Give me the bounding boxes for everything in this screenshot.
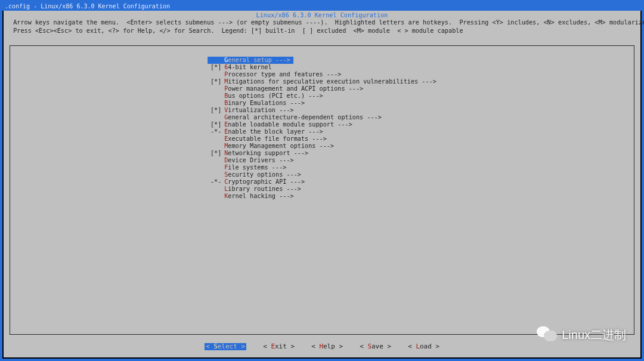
menu-item-label: Memory Management options ---> (224, 143, 334, 150)
button-bar: < Select >< Exit >< Help >< Save >< Load… (4, 343, 640, 350)
menu-item-bracket (208, 57, 224, 64)
menu-item-7[interactable]: [*] Virtualization ---> (208, 107, 436, 114)
menu-item-bracket: [*] (208, 107, 224, 114)
menu-item-label: Mitigations for speculative execution vu… (224, 78, 436, 85)
menu-item-bracket: -*- (208, 128, 224, 135)
submenu-arrow-icon: ---> (272, 57, 290, 63)
submenu-arrow-icon: ---> (305, 92, 323, 99)
submenu-arrow-icon: ---> (418, 78, 436, 85)
button-oad[interactable]: < Load > (408, 343, 439, 350)
submenu-arrow-icon: ---> (345, 85, 364, 92)
menu-item-rest: irtualization (228, 107, 275, 113)
menu-item-9[interactable]: [*] Enable loadable module support ---> (208, 121, 436, 128)
menu-item-label: Power management and ACPI options ---> (224, 85, 363, 92)
submenu-arrow-icon: ---> (283, 186, 301, 192)
bracket-open-icon: < (360, 343, 364, 350)
menu-item-rest: ecurity options (228, 171, 283, 178)
bracket-close-icon: > (242, 343, 246, 350)
submenu-arrow-icon: ---> (308, 135, 327, 142)
submenu-arrow-icon: ---> (363, 114, 382, 121)
menu-item-rest: rocessor type and features (228, 71, 323, 78)
button-elp[interactable]: < Help > (311, 343, 343, 350)
submenu-arrow-icon: ---> (286, 178, 305, 185)
menu-item-bracket (208, 71, 224, 78)
menu-item-rest: etworking support (228, 150, 290, 156)
menu-item-rest: us options (PCI etc.) (228, 92, 305, 99)
menu-item-16[interactable]: Security options ---> (208, 171, 436, 178)
submenu-arrow-icon: ---> (286, 100, 305, 106)
menu-item-label: Enable the block layer ---> (224, 128, 323, 135)
button-hotkey: L (416, 343, 420, 350)
button-hotkey: H (319, 343, 323, 350)
window-titlebar: .config - Linux/x86 6.3.0 Kernel Configu… (2, 2, 642, 11)
menu-item-label: Library routines ---> (224, 186, 301, 193)
watermark-text: Linux二进制 (562, 331, 626, 338)
menu-item-bracket: -*- (208, 178, 224, 186)
menu-item-5[interactable]: Bus options (PCI etc.) ---> (208, 92, 436, 100)
button-ave[interactable]: < Save > (360, 343, 391, 350)
menu-item-rest: emory Management options (228, 143, 315, 149)
menu-item-label: Binary Emulations ---> (224, 100, 305, 107)
menu-item-rest: ryptographic API (228, 178, 286, 185)
menu-item-10[interactable]: -*- Enable the block layer ---> (208, 128, 436, 135)
menu-item-bracket (208, 85, 224, 92)
menu-item-bracket: [*] (208, 121, 224, 128)
menu-item-1[interactable]: [*] 64-bit kernel (208, 64, 436, 71)
menu-item-14[interactable]: Device Drivers ---> (208, 157, 436, 164)
menu-item-rest: ibrary routines (228, 186, 283, 192)
menu-item-17[interactable]: -*- Cryptographic API ---> (208, 178, 436, 186)
menu-item-label: General setup ---> (224, 57, 293, 64)
menu-item-bracket (208, 171, 224, 178)
speech-bubble-icon (537, 326, 556, 343)
button-hotkey: S (367, 343, 371, 350)
menu-item-3[interactable]: [*] Mitigations for speculative executio… (208, 78, 436, 85)
menu-inner: General setup --->[*] 64-bit kernel Proc… (208, 57, 436, 200)
submenu-arrow-icon: ---> (334, 121, 352, 128)
button-hotkey: S (213, 343, 218, 350)
menu-item-rest: xecutable file formats (228, 135, 308, 142)
button-xit[interactable]: < Exit > (263, 343, 295, 350)
submenu-arrow-icon: ---> (275, 107, 294, 113)
button-label-rest: xit (275, 343, 291, 350)
menu-item-bracket (208, 193, 224, 200)
bracket-close-icon: > (339, 343, 343, 350)
menu-item-rest: 4-bit kernel (228, 64, 272, 70)
menu-item-19[interactable]: Kernel hacking ---> (208, 193, 436, 200)
menu-item-11[interactable]: Executable file formats ---> (208, 135, 436, 143)
menu-item-8[interactable]: General architecture-dependent options -… (208, 114, 436, 121)
menu-item-label: Security options ---> (224, 171, 301, 178)
menu-item-label: 64-bit kernel (224, 64, 272, 71)
button-elect[interactable]: < Select > (205, 343, 246, 350)
menu-item-2[interactable]: Processor type and features ---> (208, 71, 436, 78)
menu-item-bracket (208, 114, 224, 121)
submenu-arrow-icon: ---> (323, 71, 342, 78)
help-text-line-1: Arrow keys navigate the menu. <Enter> se… (10, 19, 634, 26)
client-area: Linux/x86 6.3.0 Kernel Configuration Arr… (4, 11, 640, 357)
menu-item-13[interactable]: [*] Networking support ---> (208, 150, 436, 157)
menu-frame: General setup --->[*] 64-bit kernel Proc… (10, 45, 634, 335)
menu-item-label: Cryptographic API ---> (224, 178, 305, 186)
bracket-open-icon: < (311, 343, 315, 350)
menu-item-12[interactable]: Memory Management options ---> (208, 143, 436, 150)
menu-item-label: Virtualization ---> (224, 107, 294, 114)
menu-item-0[interactable]: General setup ---> (208, 57, 436, 64)
submenu-arrow-icon: ---> (305, 128, 323, 135)
window-title-text: .config - Linux/x86 6.3.0 Kernel Configu… (5, 3, 170, 10)
submenu-arrow-icon: ---> (275, 157, 294, 163)
menu-item-rest: eneral architecture-dependent options (228, 114, 363, 121)
dialog-title: Linux/x86 6.3.0 Kernel Configuration (4, 12, 640, 19)
bracket-close-icon: > (388, 343, 392, 350)
menu-item-bracket: [*] (208, 78, 224, 85)
help-text-line-2: Press <Esc><Esc> to exit, <?> for Help, … (10, 27, 634, 35)
menu-item-label: Kernel hacking ---> (224, 193, 294, 200)
menu-item-18[interactable]: Library routines ---> (208, 186, 436, 193)
terminal-window: .config - Linux/x86 6.3.0 Kernel Configu… (2, 2, 642, 359)
submenu-arrow-icon: ---> (290, 150, 309, 156)
menu-item-15[interactable]: File systems ---> (208, 164, 436, 171)
menu-item-bracket: [*] (208, 64, 224, 71)
menu-item-6[interactable]: Binary Emulations ---> (208, 100, 436, 107)
submenu-arrow-icon: ---> (315, 143, 334, 149)
button-hotkey: E (271, 343, 275, 350)
menu-item-rest: nable loadable module support (228, 121, 334, 128)
menu-item-4[interactable]: Power management and ACPI options ---> (208, 85, 436, 92)
